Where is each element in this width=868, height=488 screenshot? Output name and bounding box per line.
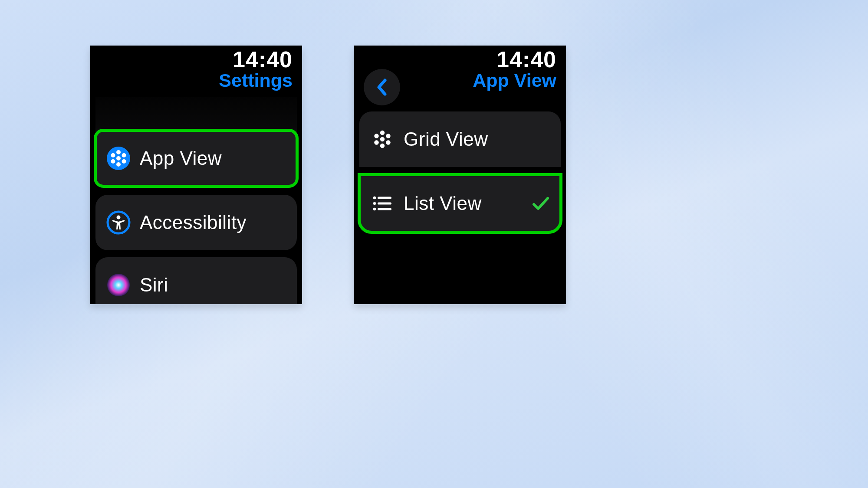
svg-rect-22 bbox=[378, 202, 391, 204]
svg-point-19 bbox=[373, 202, 376, 205]
accessibility-icon bbox=[106, 210, 131, 235]
svg-point-15 bbox=[386, 134, 390, 138]
option-label: List View bbox=[404, 193, 531, 214]
svg-point-13 bbox=[380, 144, 385, 148]
svg-point-17 bbox=[386, 140, 390, 144]
screen-title: Settings bbox=[219, 71, 293, 90]
svg-rect-23 bbox=[378, 208, 391, 210]
siri-icon bbox=[106, 272, 131, 298]
svg-point-1 bbox=[116, 156, 121, 160]
settings-item-label: App View bbox=[140, 147, 286, 169]
svg-point-14 bbox=[374, 134, 378, 138]
svg-point-18 bbox=[373, 197, 376, 199]
chevron-left-icon bbox=[375, 79, 388, 96]
svg-point-12 bbox=[380, 131, 385, 135]
list-view-icon bbox=[370, 191, 395, 216]
svg-point-6 bbox=[111, 159, 115, 164]
app-view-icon bbox=[106, 146, 131, 171]
svg-point-11 bbox=[380, 137, 385, 141]
svg-point-7 bbox=[122, 159, 126, 164]
svg-point-2 bbox=[116, 150, 121, 154]
svg-point-16 bbox=[374, 140, 378, 144]
watch-screen-settings: 14:40 Settings Brightness App View bbox=[90, 46, 302, 304]
svg-rect-21 bbox=[378, 197, 391, 199]
svg-point-3 bbox=[116, 162, 121, 167]
settings-item-siri[interactable]: Siri bbox=[95, 257, 297, 304]
settings-item-label: Siri bbox=[140, 274, 286, 296]
option-divider bbox=[359, 167, 561, 168]
option-label: Grid View bbox=[404, 128, 550, 150]
clock-time: 14:40 bbox=[219, 48, 293, 71]
checkmark-icon bbox=[531, 194, 550, 213]
option-list-view[interactable]: List View bbox=[359, 175, 561, 232]
status-bar: 14:40 App View bbox=[473, 48, 556, 90]
clock-time: 14:40 bbox=[473, 48, 556, 71]
svg-point-9 bbox=[117, 216, 121, 219]
svg-point-4 bbox=[111, 153, 115, 157]
watch-screen-app-view: 14:40 App View Grid View bbox=[354, 46, 566, 304]
grid-view-icon bbox=[370, 127, 395, 152]
back-button[interactable] bbox=[364, 69, 400, 105]
status-bar: 14:40 Settings bbox=[219, 48, 293, 90]
option-grid-view[interactable]: Grid View bbox=[359, 111, 561, 167]
settings-item-app-view[interactable]: App View bbox=[95, 131, 297, 186]
svg-point-10 bbox=[107, 274, 130, 296]
svg-point-20 bbox=[373, 208, 376, 210]
settings-item-label: Accessibility bbox=[140, 212, 286, 233]
screen-title: App View bbox=[473, 71, 556, 90]
svg-point-5 bbox=[122, 153, 126, 157]
settings-item-accessibility[interactable]: Accessibility bbox=[95, 195, 297, 250]
